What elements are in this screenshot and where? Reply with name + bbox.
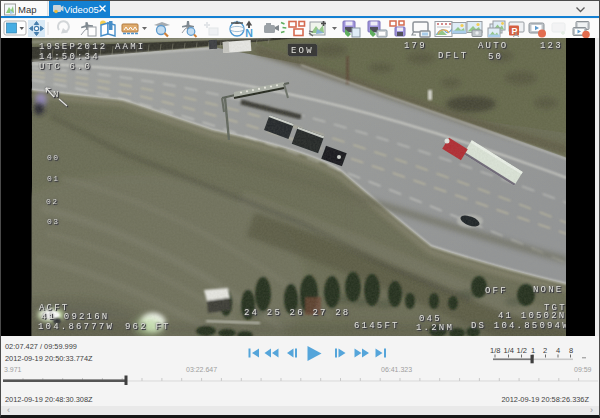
svg-text:104.86777W: 104.86777W: [38, 322, 114, 332]
svg-text:AAMI: AAMI: [115, 42, 145, 52]
svg-text:DS 104.85094W: DS 104.85094W: [471, 321, 570, 331]
svg-text:02: 02: [46, 197, 59, 206]
svg-text:14:50:34: 14:50:34: [39, 52, 100, 62]
svg-text:03: 03: [47, 217, 60, 226]
svg-text:1: 1: [531, 346, 535, 355]
svg-text:2: 2: [543, 346, 547, 355]
svg-text:01: 01: [47, 174, 60, 183]
svg-text:19SEP2012: 19SEP2012: [39, 42, 107, 52]
svg-text:41 10502N: 41 10502N: [498, 311, 566, 321]
svg-text:50: 50: [488, 52, 503, 62]
svg-text:1/4: 1/4: [504, 346, 514, 355]
svg-text:1/2: 1/2: [517, 346, 527, 355]
svg-text:N: N: [53, 90, 61, 100]
svg-text:OFF: OFF: [485, 286, 508, 296]
svg-text:8: 8: [569, 346, 573, 355]
svg-text:00: 00: [47, 153, 60, 162]
svg-text:N: N: [245, 27, 253, 39]
svg-text:123: 123: [540, 41, 563, 51]
svg-text:DFLT: DFLT: [438, 51, 468, 61]
svg-text:AUTO: AUTO: [478, 41, 508, 51]
svg-text:EOW: EOW: [291, 46, 314, 56]
svg-text:6145FT: 6145FT: [354, 321, 400, 331]
svg-text:NONE: NONE: [533, 285, 563, 295]
svg-text:41 09216N: 41 09216N: [41, 312, 109, 322]
svg-text:179: 179: [404, 41, 427, 51]
svg-text:1.2NM: 1.2NM: [416, 323, 454, 333]
svg-text:24 25 26 27 28: 24 25 26 27 28: [244, 308, 350, 318]
svg-text:UTC 6.0: UTC 6.0: [39, 62, 92, 72]
svg-text:962 FT: 962 FT: [125, 322, 171, 332]
svg-text:P: P: [512, 26, 518, 36]
svg-text:1/8: 1/8: [490, 346, 500, 355]
svg-text:4: 4: [556, 346, 560, 355]
